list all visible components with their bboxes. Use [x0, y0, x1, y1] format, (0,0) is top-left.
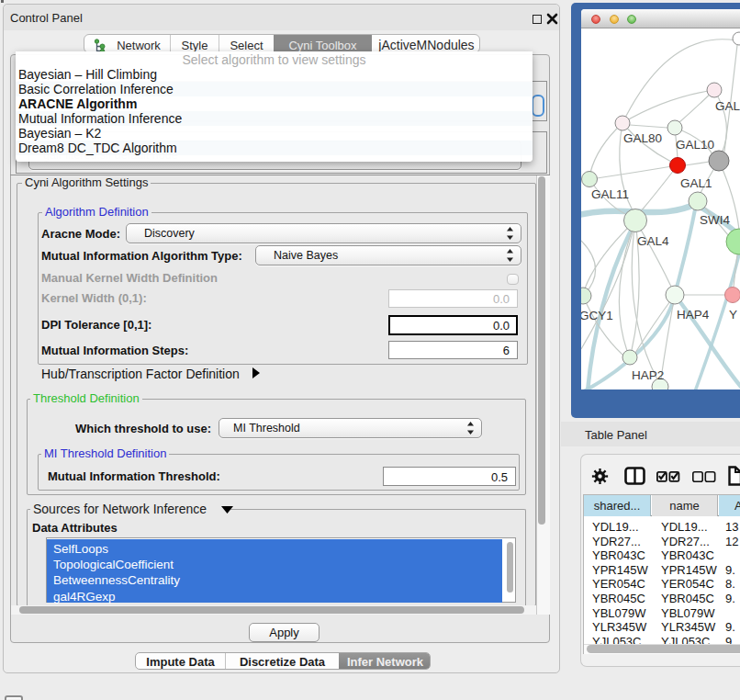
svg-text:SWI4: SWI4: [700, 213, 730, 227]
svg-text:GCY1: GCY1: [581, 309, 613, 322]
svg-text:HAP2: HAP2: [632, 368, 664, 382]
svg-text:HAP4: HAP4: [677, 308, 710, 322]
svg-text:Y: Y: [729, 308, 737, 322]
svg-text:GAL4: GAL4: [637, 234, 669, 248]
svg-text:GAL1: GAL1: [680, 176, 712, 190]
svg-text:GAL80: GAL80: [623, 131, 662, 145]
svg-text:GAL11: GAL11: [591, 187, 629, 201]
svg-text:GAL10: GAL10: [676, 138, 714, 152]
svg-text:GAL7: GAL7: [715, 99, 740, 113]
